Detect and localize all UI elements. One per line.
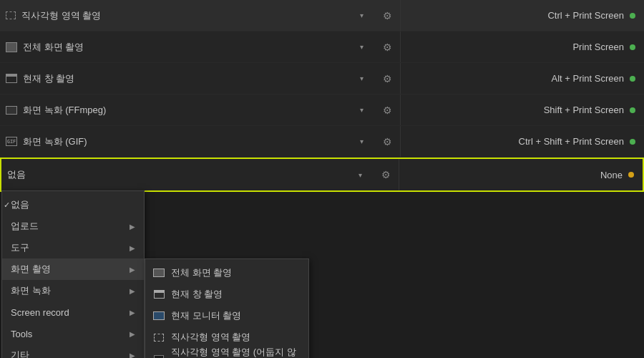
dropdown-menu: 없음 업로드 ▶ 도구 ▶ 화면 촬영 ▶ xyxy=(1,190,145,358)
dropdown-arrow[interactable]: ▾ xyxy=(354,43,369,51)
table-row-selected: 없음 ▾ ⚙ None xyxy=(1,159,643,190)
menu-item-screen-record[interactable]: 화면 녹화 ▶ xyxy=(2,280,144,301)
status-dot xyxy=(630,139,635,145)
menu-item-upload[interactable]: 업로드 ▶ xyxy=(2,216,144,237)
status-dot xyxy=(628,172,634,178)
submenu-item-window[interactable]: 현재 창 촬영 xyxy=(145,284,308,305)
fullscreen-icon xyxy=(152,268,165,278)
submenu-arrow-icon: ▶ xyxy=(130,223,135,231)
table-row: 전체 화면 촬영 ▾ ⚙ Print Screen xyxy=(0,32,644,63)
menu-item-label: 도구 xyxy=(11,241,29,254)
submenu-arrow-icon: ▶ xyxy=(130,287,135,295)
submenu-arrow-icon: ▶ xyxy=(130,309,135,316)
menu-item-label: 업로드 xyxy=(11,220,39,233)
status-dot xyxy=(630,107,635,113)
menu-item-label: 없음 xyxy=(11,198,29,211)
submenu-arrow-icon: ▶ xyxy=(130,266,135,274)
rect-dark-icon xyxy=(152,354,165,358)
menu-item-screen-record-en[interactable]: Screen record ▶ xyxy=(2,301,144,323)
submenu-item-label: 직사각형 영역 촬영 xyxy=(171,331,250,344)
gear-icon[interactable]: ⚙ xyxy=(383,42,392,53)
menu-item-label: 화면 촬영 xyxy=(11,263,51,276)
status-dot xyxy=(630,76,635,82)
gear-icon[interactable]: ⚙ xyxy=(383,136,392,147)
monitor-icon xyxy=(152,311,165,321)
row-label: 화면 녹화 (FFmpeg) xyxy=(23,104,348,117)
gear-icon[interactable]: ⚙ xyxy=(383,105,392,116)
submenu-arrow-icon: ▶ xyxy=(130,352,135,359)
dropdown-arrow[interactable]: ▾ xyxy=(354,11,369,19)
submenu-item-label: 전체 화면 촬영 xyxy=(171,266,232,279)
menu-item-none[interactable]: 없음 xyxy=(2,194,144,216)
rect-icon xyxy=(152,332,165,342)
selected-row-wrapper: 없음 ▾ ⚙ None 없음 xyxy=(0,158,644,192)
status-dot xyxy=(630,13,635,19)
menu-item-label: Screen record xyxy=(11,307,69,318)
main-container: 직사각형 영역 촬영 ▾ ⚙ Ctrl + Print Screen 전체 화면… xyxy=(0,0,644,358)
submenu-item-label: 직사각형 영역 촬영 (어둡지 않게) xyxy=(171,346,301,358)
submenu-item-fullscreen[interactable]: 전체 화면 촬영 xyxy=(145,262,308,284)
shortcut-label: Ctrl + Print Screen xyxy=(547,10,624,21)
shortcut-label: Print Screen xyxy=(572,42,624,52)
submenu-item-rect-region-dark[interactable]: 직사각형 영역 촬영 (어둡지 않게) xyxy=(145,348,308,358)
menu-item-tools[interactable]: 도구 ▶ xyxy=(2,237,144,258)
dropdown-arrow[interactable]: ▾ xyxy=(354,106,369,114)
submenu-arrow-icon: ▶ xyxy=(130,244,135,252)
gear-icon[interactable]: ⚙ xyxy=(383,10,392,21)
window-icon xyxy=(152,289,165,299)
submenu-item-label: 현재 모니터 촬영 xyxy=(171,309,241,322)
submenu-item-monitor[interactable]: 현재 모니터 촬영 xyxy=(145,305,308,326)
none-label: 없음 xyxy=(7,168,347,181)
gear-icon[interactable]: ⚙ xyxy=(383,73,392,84)
row-label: 전체 화면 촬영 xyxy=(23,41,348,54)
submenu-item-rect-region[interactable]: 직사각형 영역 촬영 xyxy=(145,326,308,348)
table-row: GIF 화면 녹화 (GIF) ▾ ⚙ Ctrl + Shift + Print… xyxy=(0,126,644,158)
menu-item-tools-en[interactable]: Tools ▶ xyxy=(2,323,144,344)
submenu-arrow-icon: ▶ xyxy=(130,330,135,338)
menu-item-label: 기타 xyxy=(11,349,29,358)
rect-icon xyxy=(6,11,16,19)
record-icon xyxy=(6,106,17,115)
dropdown-arrow[interactable]: ▾ xyxy=(354,74,369,82)
status-dot xyxy=(630,44,635,50)
row-label: 화면 녹화 (GIF) xyxy=(23,135,348,148)
dropdown-arrow[interactable]: ▾ xyxy=(353,171,367,179)
shortcut-label: Ctrl + Shift + Print Screen xyxy=(519,136,624,147)
menu-item-screen-capture[interactable]: 화면 촬영 ▶ 전체 화면 촬영 xyxy=(2,258,144,280)
gif-icon: GIF xyxy=(6,137,17,146)
shortcut-label: Alt + Print Screen xyxy=(551,73,624,84)
rows-list: 직사각형 영역 촬영 ▾ ⚙ Ctrl + Print Screen 전체 화면… xyxy=(0,0,644,192)
menu-item-label: 화면 녹화 xyxy=(11,284,51,297)
gear-icon[interactable]: ⚙ xyxy=(381,169,391,180)
submenu: 전체 화면 촬영 현재 창 촬영 xyxy=(145,258,309,358)
table-row: 화면 녹화 (FFmpeg) ▾ ⚙ Shift + Print Screen xyxy=(0,95,644,126)
row-label: 직사각형 영역 촬영 xyxy=(21,9,348,22)
submenu-item-label: 현재 창 촬영 xyxy=(171,288,223,301)
window-icon xyxy=(6,74,17,83)
row-label: 현재 창 촬영 xyxy=(23,72,348,85)
table-row: 직사각형 영역 촬영 ▾ ⚙ Ctrl + Print Screen xyxy=(0,0,644,32)
menu-item-etc[interactable]: 기타 ▶ xyxy=(2,344,144,358)
shortcut-label: Shift + Print Screen xyxy=(544,105,624,115)
dropdown-arrow[interactable]: ▾ xyxy=(354,137,369,145)
table-row: 현재 창 촬영 ▾ ⚙ Alt + Print Screen xyxy=(0,63,644,95)
menu-item-label: Tools xyxy=(11,329,32,339)
shortcut-label: None xyxy=(600,170,623,180)
fullscreen-icon xyxy=(6,42,17,52)
